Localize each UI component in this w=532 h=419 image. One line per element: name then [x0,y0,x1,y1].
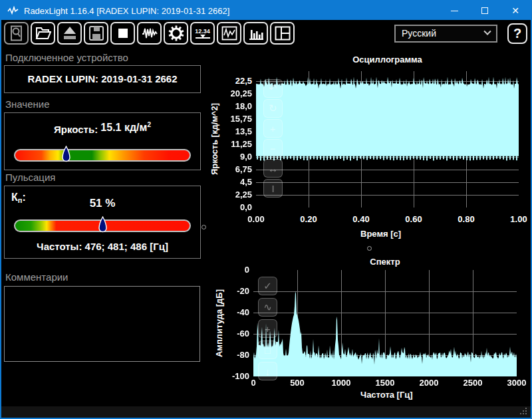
zoom-out-button[interactable]: − [263,139,283,158]
luminance-label: Яркость: [54,124,98,135]
plus-icon: + [265,323,271,335]
oscillogram-ytick: 11,25 [212,139,252,149]
spectrum-ylabel: Амплитуда [дБ] [214,289,224,357]
spectrum-ytick: -20 [209,286,249,296]
oscillogram-xtick: 1.00 [500,214,532,224]
expand-button[interactable]: ↔ [263,159,283,178]
oscillogram-xlabel: Время [с] [360,229,401,239]
check-button[interactable]: ✓ [258,277,277,295]
app-window: RadexLight 1.16.4 [RADEX LUPIN: 2019-01-… [0,0,532,419]
oscillogram-ytick: 0,0 [212,202,252,212]
device-section-header: Подключенное устройство [5,52,128,63]
download-icon: ↓ [265,366,271,377]
oscillogram-xtick: 0.40 [342,214,380,224]
value-section-header: Значение [5,98,50,110]
oscillogram-ytick: 6,75 [212,164,252,174]
oscillogram-xtick: 0.20 [290,214,327,224]
curve-icon: ∿ [263,301,272,313]
oscillogram-ytick: 22,5 [212,76,252,86]
comments-input[interactable] [4,286,200,362]
spectrum-title: Спектр [253,257,517,267]
oscillogram-xtick: 0.00 [237,214,275,224]
spectrum-ytick: 0 [209,265,249,275]
oscillogram-ytick: 20,25 [212,88,252,98]
spectrum-xtick: 2000 [410,378,448,388]
device-box: RADEX LUPIN: 2019-01-31 2662 [4,65,201,93]
undo-icon: ↶ [269,82,277,94]
check-icon: ✓ [263,280,272,292]
spectrum-xtick: 1500 [366,378,404,388]
frequencies-text: Частоты: 476; 481; 486 [Гц] [5,241,200,252]
oscillogram-ytick: 9,0 [212,152,252,162]
spectrum-xtick: 500 [279,378,316,388]
value-box: Яркость: 15.1 кд/м2 [4,112,201,170]
spectrum-ytick: -60 [209,329,249,339]
oscillogram-xtick: 0.80 [448,214,485,224]
spectrum-ytick: -40 [209,307,249,317]
comments-section-header: Комментарии [5,271,68,283]
status-bar [1,406,531,418]
oscillogram-tools: ↶↻+−↔I [263,79,283,198]
spectrum-ytick: -80 [209,350,249,360]
refresh-button[interactable]: ↻ [263,99,283,118]
zoom-out-icon: − [270,143,276,154]
luminance-marker-icon [62,146,70,164]
refresh-icon: ↻ [269,102,277,114]
expand-icon: ↔ [268,163,278,174]
zoom-in-icon: + [270,123,276,134]
oscillogram-canvas[interactable] [256,71,519,208]
oscillogram-ytick: 15,75 [212,114,252,124]
oscillogram-title: Осциллограмма [256,55,519,65]
luminance-readout: Яркость: 15.1 кд/м2 [5,121,200,135]
pulsation-marker-icon [98,216,107,234]
device-name: RADEX LUPIN: 2019-01-31 2662 [5,66,200,92]
curve-button[interactable]: ∿ [258,298,277,317]
pulsation-box: Кп: 51 % Частоты: 476; 481; 486 [Гц] [4,186,201,259]
spectrum-xtick: 0 [235,378,272,388]
main-content: Подключенное устройство RADEX LUPIN: 201… [1,1,531,418]
luminance-scale-bar [14,149,191,162]
cursor-icon: I [271,183,274,194]
undo-button[interactable]: ↶ [263,79,283,98]
oscillogram-ytick: 4,5 [212,177,252,187]
spectrum-xtick: 1000 [323,378,360,388]
zoom-in-button[interactable]: + [263,119,283,138]
plus-button[interactable]: + [258,319,277,338]
cursor-button[interactable]: I [263,179,283,198]
pulsation-section-header: Пульсация [5,172,55,183]
spectrum-tools: ✓∿+□↓ [258,277,277,380]
box-button[interactable]: □ [258,341,277,359]
spectrum-xtick: 3000 [498,378,532,388]
spectrum-xlabel: Частота [Гц] [360,390,413,400]
oscillogram-ytick: 18,0 [212,101,252,111]
resize-grip[interactable] [520,408,527,415]
oscillogram-ytick: 2,25 [212,190,252,200]
pulsation-value: 51 % [5,197,200,210]
oscillogram-xtick: 0.60 [395,214,432,224]
dot-marker-center [367,246,372,251]
spectrum-xtick: 2500 [454,378,491,388]
oscillogram-ytick: 13,5 [212,126,252,136]
dot-marker-left [201,225,206,229]
pulsation-scale-bar [14,219,191,232]
spectrum-canvas[interactable] [253,270,517,376]
box-icon: □ [265,345,271,356]
